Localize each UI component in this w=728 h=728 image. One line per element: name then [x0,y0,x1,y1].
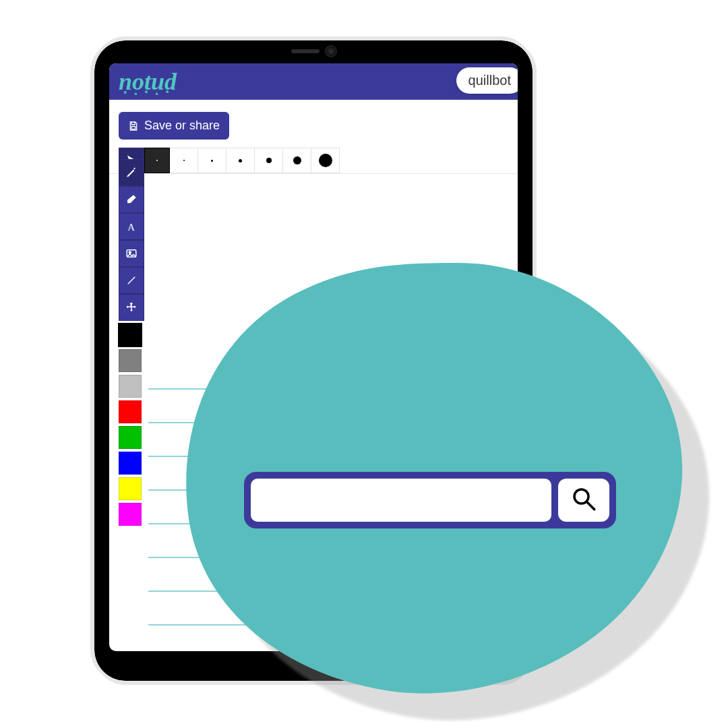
svg-text:A: A [127,222,135,233]
color-silver[interactable] [119,375,142,398]
app-header: notud quillbot [109,63,518,100]
brush-size-4[interactable] [226,148,255,173]
brush-size-row [109,148,518,174]
save-button-label: Save or share [144,119,220,133]
tool-text[interactable]: A [119,213,144,240]
search-button[interactable] [558,479,609,522]
tablet-camera [326,47,336,56]
svg-point-3 [129,251,131,253]
save-or-share-button[interactable]: Save or share [119,112,229,140]
brush-size-2[interactable] [170,148,198,173]
brush-size-6[interactable] [283,148,311,173]
tablet-speaker [291,49,320,53]
color-black[interactable] [119,324,142,346]
color-palette [119,322,144,527]
search-bar [244,472,616,528]
svg-line-6 [587,502,595,510]
brush-size-3[interactable] [198,148,226,173]
brand-logo: notud [119,69,177,94]
tool-image[interactable] [119,240,144,267]
tool-column: A [119,159,144,527]
tool-pencil[interactable] [119,159,144,186]
tablet-camera-cluster [291,47,336,56]
save-icon [128,121,139,131]
svg-rect-0 [131,126,135,129]
brush-size-5[interactable] [255,148,283,173]
save-row: Save or share [109,100,518,148]
color-green[interactable] [119,426,142,449]
tool-move[interactable] [119,294,144,321]
color-blue[interactable] [119,452,142,475]
tool-line[interactable] [119,267,144,294]
color-magenta[interactable] [119,503,142,526]
tool-eraser[interactable] [119,186,144,213]
color-red[interactable] [119,400,142,423]
color-gray[interactable] [119,349,142,372]
color-yellow[interactable] [119,477,142,500]
svg-point-5 [574,489,588,504]
search-input[interactable] [251,479,551,522]
brush-size-7[interactable] [311,148,340,173]
header-chip[interactable]: quillbot [456,67,518,94]
brush-size-1[interactable] [144,148,170,173]
svg-line-4 [128,277,135,284]
search-icon [570,485,598,516]
header-chip-label: quillbot [468,73,511,88]
